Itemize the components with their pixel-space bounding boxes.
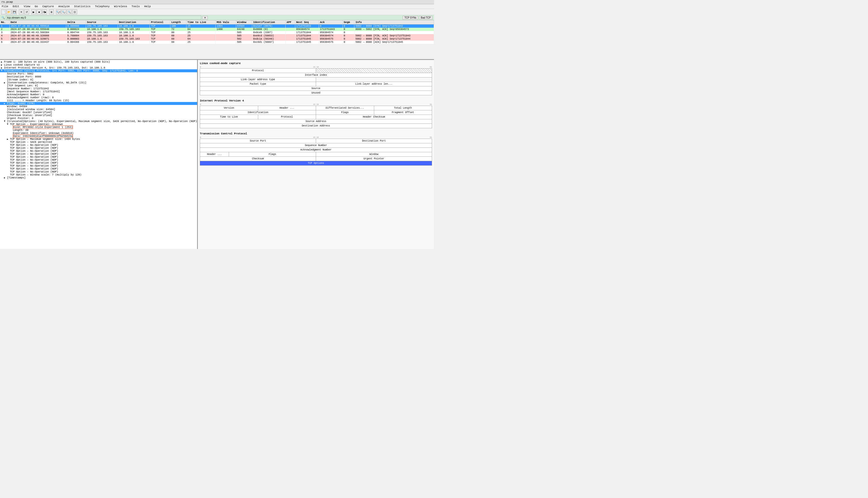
detail-item-length[interactable]: Length: 20 <box>0 129 197 132</box>
menu-help[interactable]: Help <box>144 5 151 8</box>
toolbar-filter-expr[interactable]: ⊕ <box>49 9 54 14</box>
col-segm[interactable]: Segm <box>342 20 354 25</box>
menu-wireless[interactable]: Wireless <box>113 5 128 8</box>
menu-capture[interactable]: Capture <box>42 5 54 8</box>
detail-item-sack_opt[interactable]: TCP Option - SACK permitted <box>0 141 197 144</box>
detail-item-kind[interactable]: Kind: RFC3692-style Experiment 1 (253) <box>0 126 197 129</box>
detail-item-checksum[interactable]: Checksum: 0xa397 [unverified] <box>0 111 197 114</box>
detail-item-window[interactable]: Window: 64584 <box>0 105 197 108</box>
toolbar-zoom-out[interactable]: 🔍- <box>61 9 66 14</box>
expand-icon-mss_opt[interactable]: ▶ <box>7 138 10 141</box>
detail-item-data[interactable]: Data: 24024e00101a4f0000009c9fbe50d15a <box>0 135 197 137</box>
detail-item-nop7[interactable]: TCP Option - No-Operation (NOP) <box>0 161 197 165</box>
detail-item-nextseq[interactable]: [Next Sequence Number: 1713751843] <box>0 90 197 93</box>
detail-item-winscale[interactable]: TCP Option - Window scale: 7 (multiply b… <box>0 173 197 176</box>
detail-item-nop1[interactable]: TCP Option - No-Operation (NOP) <box>0 144 197 146</box>
toolbar-zoom-fit[interactable]: ⊡ <box>72 9 77 14</box>
detail-item-nop4[interactable]: TCP Option - No-Operation (NOP) <box>0 153 197 155</box>
expand-icon-timestamps_opt[interactable]: ▶ <box>4 176 7 179</box>
detail-item-nop10[interactable]: TCP Option - No-Operation (NOP) <box>0 170 197 173</box>
col-protocol[interactable]: Protocol <box>150 20 171 25</box>
toolbar-close[interactable]: ✕ <box>19 9 24 14</box>
menu-telephony[interactable]: Telephony <box>94 5 110 8</box>
col-ack[interactable]: Ack <box>319 20 342 25</box>
col-destination[interactable]: Destination <box>118 20 150 25</box>
detail-item-seq[interactable]: Sequence Number: 1713751842 <box>0 87 197 90</box>
menu-go[interactable]: Go <box>34 5 39 8</box>
detail-item-tcp[interactable]: ▼Transmission Control Protocol, Src Port… <box>0 69 197 72</box>
detail-item-ack[interactable]: Acknowledgment Number: 0 <box>0 93 197 96</box>
expand-icon-linux[interactable]: ▶ <box>1 64 4 66</box>
packet-list[interactable]: No. Date Delta Source Destination Protoc… <box>0 20 434 60</box>
col-ttl[interactable]: Time to Live <box>187 20 216 25</box>
packet-details-panel[interactable]: ▶Frame 1: 100 bytes on wire (800 bits), … <box>0 60 198 249</box>
expand-icon-flags[interactable]: ▶ <box>4 102 7 105</box>
detail-item-seglen[interactable]: [TCP Segment Len: 0] <box>0 84 197 87</box>
detail-item-frame[interactable]: ▶Frame 1: 100 bytes on wire (800 bits), … <box>0 61 197 63</box>
detail-item-ackraw[interactable]: Acknowledgment number (raw): 0 <box>0 96 197 99</box>
detail-item-checkstatus[interactable]: [Checksum Status: Unverified] <box>0 114 197 117</box>
menu-tools[interactable]: Tools <box>131 5 140 8</box>
table-row[interactable]: 5 2024-07-28 08:46:49.329071 0.000083 10… <box>0 37 434 41</box>
detail-item-flags[interactable]: ▶Flags: 0x002 (SYN) <box>0 102 197 105</box>
col-date[interactable]: Date <box>9 20 66 25</box>
bad-tcp-btn[interactable]: Bad TCP <box>419 16 433 19</box>
col-nextseq[interactable]: Next Seq <box>295 20 319 25</box>
toolbar-capture-restart[interactable]: ↺▶ <box>42 9 47 14</box>
detail-item-nop9[interactable]: TCP Option - No-Operation (NOP) <box>0 167 197 170</box>
toolbar-zoom-reset[interactable]: 🔍 <box>67 9 72 14</box>
menu-view[interactable]: View <box>23 5 31 8</box>
detail-item-nop3[interactable]: TCP Option - No-Operation (NOP) <box>0 149 197 153</box>
detail-item-stream[interactable]: [Stream index: 0] <box>0 78 197 81</box>
detail-item-hdrlen[interactable]: 1111 .... = Header Length: 60 bytes (15) <box>0 99 197 102</box>
toolbar-new[interactable]: 📄 <box>1 9 6 14</box>
expand-icon-conv[interactable]: ▶ <box>4 81 7 84</box>
filter-input[interactable]: tcp.stream eq 0 <box>6 16 201 19</box>
detail-item-timestamps_opt[interactable]: ▶[Timestamps] <box>0 176 197 179</box>
table-row[interactable]: 6 2024-07-28 08:46:49.333437 0.004366 15… <box>0 41 434 44</box>
detail-item-nop5[interactable]: TCP Option - No-Operation (NOP) <box>0 155 197 158</box>
detail-item-linux[interactable]: ▶Linux cooked capture v2 <box>0 63 197 66</box>
col-info[interactable]: Info <box>354 20 434 25</box>
expand-icon-frame[interactable]: ▶ <box>1 61 4 63</box>
col-source[interactable]: Source <box>86 20 118 25</box>
detail-item-nop6[interactable]: TCP Option - No-Operation (NOP) <box>0 158 197 161</box>
col-id[interactable]: Identification <box>252 20 285 25</box>
toolbar-save[interactable]: 💾 <box>12 9 17 14</box>
detail-item-dport[interactable]: Destination Port: 8080 <box>0 75 197 78</box>
detail-item-nop8[interactable]: TCP Option - No-Operation (NOP) <box>0 165 197 167</box>
col-app[interactable]: APP <box>285 20 295 25</box>
col-no[interactable]: No. <box>0 20 9 25</box>
table-row[interactable]: 1 2024-07-28 08:46:43.555616 0.000000 15… <box>0 25 434 28</box>
menu-statistics[interactable]: Statistics <box>73 5 91 8</box>
table-row[interactable]: 3 2024-07-28 08:46:43.560384 0.004744 15… <box>0 31 434 34</box>
table-row[interactable]: 2 2024-07-28 08:46:43.555640 0.000024 10… <box>0 28 434 31</box>
menu-edit[interactable]: Edit <box>12 5 20 8</box>
detail-item-calcwin[interactable]: [Calculated window size: 64584] <box>0 108 197 111</box>
detail-item-conv[interactable]: ▶[Conversation completeness: Complete, N… <box>0 81 197 84</box>
expand-icon-options[interactable]: ▼ <box>4 120 7 122</box>
table-row[interactable]: 4 2024-07-28 08:46:49.328988 5.768604 15… <box>0 34 434 37</box>
tcp-syns-btn[interactable]: TCP SYNs <box>403 16 418 19</box>
detail-item-mss_opt[interactable]: ▶TCP Option - Maximum segment size: 1404… <box>0 137 197 141</box>
toolbar-capture-stop[interactable]: ■ <box>37 9 42 14</box>
detail-item-nop2[interactable]: TCP Option - No-Operation (NOP) <box>0 146 197 149</box>
menu-file[interactable]: File <box>1 5 9 8</box>
expand-icon-exp_opt[interactable]: ▼ <box>7 123 10 126</box>
toolbar-reload[interactable]: ↺ <box>24 9 29 14</box>
menu-analyze[interactable]: Analyze <box>58 5 70 8</box>
detail-item-options[interactable]: ▼[truncated]Options: (40 bytes), Experim… <box>0 120 197 123</box>
detail-item-ip[interactable]: ▶Internet Protocol Version 4, Src: 159.7… <box>0 66 197 69</box>
col-window[interactable]: Window <box>236 20 252 25</box>
col-mss[interactable]: MSS Valu <box>215 20 236 25</box>
toolbar-open[interactable]: 📂 <box>6 9 11 14</box>
toolbar-zoom-in[interactable]: 🔍+ <box>56 9 61 14</box>
col-length[interactable]: Length <box>171 20 187 25</box>
filter-clear[interactable]: ✕ <box>202 16 208 19</box>
toolbar-capture-start[interactable]: ▶ <box>31 9 36 14</box>
detail-item-sport[interactable]: Source Port: 5002 <box>0 72 197 75</box>
expand-icon-ip[interactable]: ▶ <box>1 67 4 69</box>
col-delta[interactable]: Delta <box>66 20 86 25</box>
detail-item-urgptr[interactable]: Urgent Pointer: 0 <box>0 117 197 120</box>
expand-icon-tcp[interactable]: ▼ <box>1 69 4 72</box>
